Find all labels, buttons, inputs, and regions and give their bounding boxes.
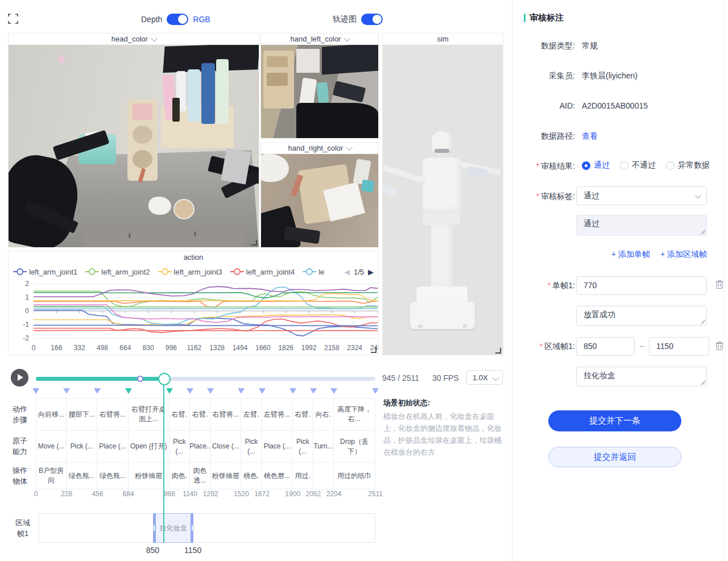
camera-title-label: hand_right_color — [288, 144, 344, 152]
aid-value: A2D0015AB00015 — [582, 101, 648, 110]
fullscreen-icon[interactable] — [8, 14, 18, 24]
step-object-cell: 用过. — [293, 462, 313, 489]
region-frame-track[interactable]: 拉化妆盒 — [39, 513, 375, 543]
legend-prev-icon[interactable]: ◀ — [344, 268, 350, 276]
collector-value: 李轶晨(liyichen) — [582, 71, 638, 81]
region-start-input[interactable]: 850 — [576, 337, 635, 356]
radio-selected-icon[interactable] — [582, 161, 590, 170]
step-marker-0[interactable] — [32, 388, 39, 394]
radio-option-abnormal[interactable]: 异常数据 — [666, 160, 710, 171]
radio-unselected-icon[interactable] — [620, 161, 628, 170]
resize-handle-icon[interactable] — [251, 240, 257, 246]
trajectory-toggle-group: 轨迹图 — [333, 14, 383, 25]
tag-select[interactable]: 通过 — [576, 186, 707, 205]
delete-region-frame-icon[interactable] — [715, 341, 724, 351]
legend-item-left_arm_joint2[interactable]: left_arm_joint2 — [85, 268, 150, 276]
steps-axis-tick: 2204 — [326, 490, 342, 498]
delete-single-frame-icon[interactable] — [715, 280, 724, 289]
rgb-label: RGB — [193, 15, 210, 24]
radio-option-fail[interactable]: 不通过 — [620, 160, 656, 171]
step-marker-684[interactable] — [125, 388, 132, 394]
legend-item-left_arm_joint4[interactable]: left_arm_joint4 — [230, 268, 295, 276]
resize-handle-icon[interactable] — [495, 348, 501, 354]
add-links: + 添加单帧 + 添加区域帧 — [576, 250, 707, 260]
y-tick-label: -1 — [14, 321, 29, 329]
radio-option-pass[interactable]: 通过 — [582, 160, 610, 171]
add-region-frame-button[interactable]: + 添加区域帧 — [660, 250, 707, 260]
radio-label: 通过 — [594, 160, 610, 171]
organizer-slot — [267, 56, 288, 68]
steps-axis-tick: 228 — [61, 490, 72, 498]
x-tick-label: 2158 — [324, 344, 340, 352]
step-action-cell: 左臂将... — [262, 398, 292, 430]
play-button[interactable] — [11, 369, 28, 387]
single-frame-input[interactable]: 770 — [576, 276, 707, 295]
data-path-view-link[interactable]: 查看 — [582, 131, 598, 142]
depth-rgb-toggle-group: Depth RGB — [141, 14, 210, 25]
playback-speed-select[interactable]: 1.0X — [466, 370, 503, 385]
step-ability-cell: Pick (... — [241, 430, 261, 462]
camera-image-hand-left — [261, 45, 378, 138]
region-start-label: 850 — [146, 546, 159, 555]
legend-next-icon[interactable]: ▶ — [368, 268, 374, 276]
y-tick-label: 2 — [14, 280, 29, 288]
step-column: 腰部下...Pick (...绿色瓶... — [67, 398, 97, 489]
organizer-slot — [133, 103, 152, 119]
single-frame-note-textarea[interactable]: 放置成功 — [576, 306, 707, 326]
legend-item-left_arm_joint1[interactable]: left_arm_joint1 — [13, 268, 77, 276]
step-marker-1672[interactable] — [259, 388, 266, 394]
single-frame-marker-dot[interactable] — [137, 376, 143, 382]
submit-next-button[interactable]: 提交并下一条 — [548, 410, 681, 431]
resize-handle-icon[interactable] — [371, 347, 377, 353]
camera-panel-hand-left: hand_left_color — [260, 33, 379, 138]
aid-label: AID: — [512, 101, 575, 110]
region-frame-bar[interactable]: 拉化妆盒 — [153, 513, 193, 543]
robot-column — [431, 224, 453, 288]
playhead-line[interactable] — [163, 384, 164, 543]
chevron-down-icon — [695, 192, 701, 198]
step-marker-988[interactable] — [166, 388, 173, 394]
timeline-slider-handle[interactable] — [158, 373, 171, 385]
camera-select-hand-right[interactable]: hand_right_color — [261, 143, 378, 154]
radio-unselected-icon[interactable] — [666, 161, 675, 170]
tissue-wad-shape — [261, 154, 289, 182]
step-marker-2204[interactable] — [330, 388, 337, 394]
resize-grip-icon[interactable] — [701, 230, 705, 234]
chart-legend: left_arm_joint1left_arm_joint2left_arm_j… — [13, 265, 374, 279]
camera-select-head[interactable]: head_color — [9, 34, 259, 45]
add-single-frame-button[interactable]: + 添加单帧 — [611, 250, 650, 260]
region-end-input[interactable]: 1150 — [649, 337, 709, 356]
range-dash: – — [640, 341, 644, 350]
step-action-cell: 腰部下... — [67, 398, 97, 430]
depth-rgb-toggle[interactable] — [167, 14, 188, 25]
region-note-textarea[interactable]: 拉化妆盒 — [576, 367, 707, 387]
trajectory-toggle[interactable] — [361, 14, 383, 25]
camera-panel-hand-right: hand_right_color — [260, 142, 379, 247]
robot-left-gripper — [383, 183, 398, 198]
review-panel: 审核标注 数据类型: 常规 采集员: 李轶晨(liyichen) AID: A2… — [512, 0, 728, 561]
step-marker-1520[interactable] — [238, 388, 245, 394]
step-action-cell: 左臂. — [241, 398, 261, 430]
sim-viewport[interactable] — [383, 45, 503, 355]
tag-note-textarea[interactable]: 通过 — [576, 215, 707, 236]
step-object-cell: 肉色透... — [190, 462, 210, 489]
data-type-label: 数据类型: — [512, 41, 575, 51]
step-marker-2052[interactable] — [310, 388, 317, 394]
frame-counter: 945 / 2511 — [382, 373, 419, 383]
submit-return-button[interactable]: 提交并返回 — [548, 447, 681, 467]
step-marker-2511[interactable] — [372, 388, 379, 394]
step-marker-456[interactable] — [94, 388, 101, 394]
legend-item-left_arm_joint3[interactable]: left_arm_joint3 — [158, 268, 222, 276]
step-marker-1292[interactable] — [207, 388, 214, 394]
resize-grip-icon[interactable] — [701, 319, 705, 324]
step-marker-1140[interactable] — [187, 388, 193, 394]
step-marker-1900[interactable] — [289, 388, 296, 394]
drawer-knob — [194, 231, 196, 236]
resize-grip-icon[interactable] — [701, 380, 705, 385]
legend-page-label: 1/5 — [354, 268, 364, 276]
legend-item-le[interactable]: le — [303, 268, 324, 276]
result-label: *审核结果: — [512, 161, 575, 172]
robot-seat — [423, 213, 460, 225]
camera-select-hand-left[interactable]: hand_left_color — [261, 34, 378, 45]
step-marker-228[interactable] — [63, 388, 70, 394]
